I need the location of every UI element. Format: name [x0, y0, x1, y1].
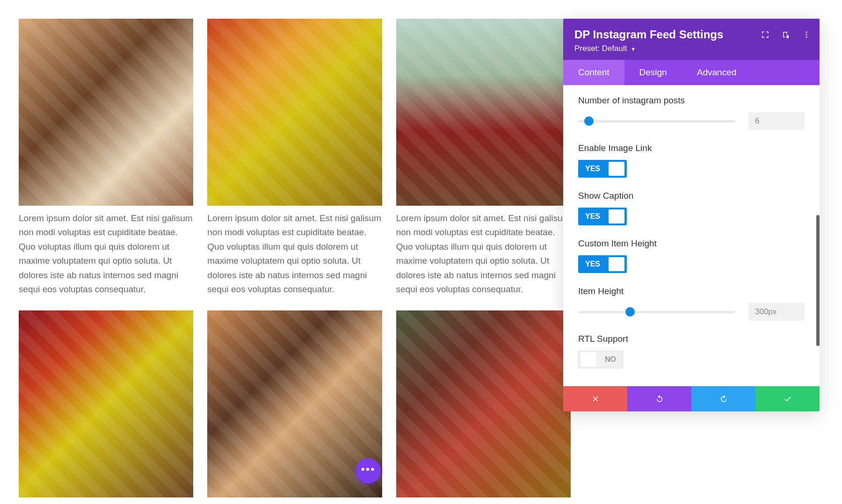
svg-point-1 [806, 34, 807, 36]
toggle-knob [609, 257, 624, 271]
toggle-knob [609, 162, 624, 176]
feed-image[interactable] [207, 19, 382, 206]
num-posts-label: Number of instagram posts [578, 95, 805, 106]
num-posts-value[interactable]: 6 [748, 112, 805, 130]
feed-caption: Lorem ipsum dolor sit amet. Est nisi gal… [396, 211, 571, 296]
show-caption-label: Show Caption [578, 191, 805, 201]
svg-point-2 [806, 36, 807, 38]
redo-button[interactable] [691, 386, 755, 411]
tab-advanced[interactable]: Advanced [682, 60, 752, 85]
toggle-knob [581, 353, 596, 367]
feed-item: Lorem ipsum dolor sit amet. Est nisi gal… [19, 310, 193, 504]
dots-icon: ••• [361, 464, 375, 475]
preset-selector[interactable]: Preset: Default ▼ [574, 44, 808, 53]
item-height-slider[interactable] [578, 311, 735, 313]
custom-height-toggle[interactable]: YES [578, 255, 627, 273]
num-posts-slider[interactable] [578, 120, 735, 122]
feed-item: Lorem ipsum dolor sit amet. Est nisi gal… [207, 19, 382, 296]
show-caption-toggle[interactable]: YES [578, 208, 627, 225]
toggle-label: NO [598, 355, 623, 364]
save-button[interactable] [755, 386, 820, 411]
feed-image[interactable] [19, 19, 193, 206]
slider-thumb[interactable] [625, 307, 635, 317]
preset-value: Default [602, 44, 627, 53]
responsive-icon[interactable] [781, 30, 791, 39]
feed-item: Lorem ipsum dolor sit amet. Est nisi gal… [396, 310, 571, 504]
panel-body: Number of instagram posts 6 Enable Image… [563, 85, 820, 386]
rtl-toggle[interactable]: NO [578, 351, 623, 368]
svg-point-0 [806, 31, 807, 33]
toggle-label: YES [579, 260, 607, 268]
toggle-label: YES [579, 165, 607, 173]
tabs: Content Design Advanced [563, 60, 820, 85]
enable-link-label: Enable Image Link [578, 143, 805, 153]
panel-footer [563, 386, 820, 411]
item-height-value[interactable]: 300px [748, 303, 805, 321]
feed-image[interactable] [19, 310, 193, 497]
feed-image[interactable] [396, 19, 571, 206]
cancel-button[interactable] [563, 386, 627, 411]
undo-button[interactable] [627, 386, 691, 411]
feed-item: Lorem ipsum dolor sit amet. Est nisi gal… [396, 19, 571, 296]
item-height-label: Item Height [578, 286, 805, 296]
instagram-feed-grid: Lorem ipsum dolor sit amet. Est nisi gal… [0, 0, 589, 504]
slider-thumb[interactable] [584, 116, 594, 126]
feed-caption: Lorem ipsum dolor sit amet. Est nisi gal… [207, 211, 382, 296]
custom-height-label: Custom Item Height [578, 238, 805, 249]
rtl-label: RTL Support [578, 334, 805, 344]
preset-label: Preset: [574, 44, 600, 53]
tab-content[interactable]: Content [563, 60, 624, 85]
feed-image[interactable] [396, 310, 571, 497]
settings-panel: DP Instagram Feed Settings Preset: Defau… [563, 19, 820, 411]
panel-header: DP Instagram Feed Settings Preset: Defau… [563, 19, 820, 60]
scrollbar[interactable] [816, 215, 820, 346]
feed-caption: Lorem ipsum dolor sit amet. Est nisi gal… [19, 211, 193, 296]
toggle-label: YES [579, 212, 607, 221]
enable-link-toggle[interactable]: YES [578, 160, 627, 178]
chevron-down-icon: ▼ [631, 46, 636, 52]
expand-icon[interactable] [761, 30, 770, 39]
feed-item: Lorem ipsum dolor sit amet. Est nisi gal… [19, 19, 193, 296]
floating-action-button[interactable]: ••• [356, 458, 381, 483]
tab-design[interactable]: Design [624, 60, 682, 85]
kebab-menu-icon[interactable] [802, 30, 811, 39]
toggle-knob [609, 209, 624, 223]
